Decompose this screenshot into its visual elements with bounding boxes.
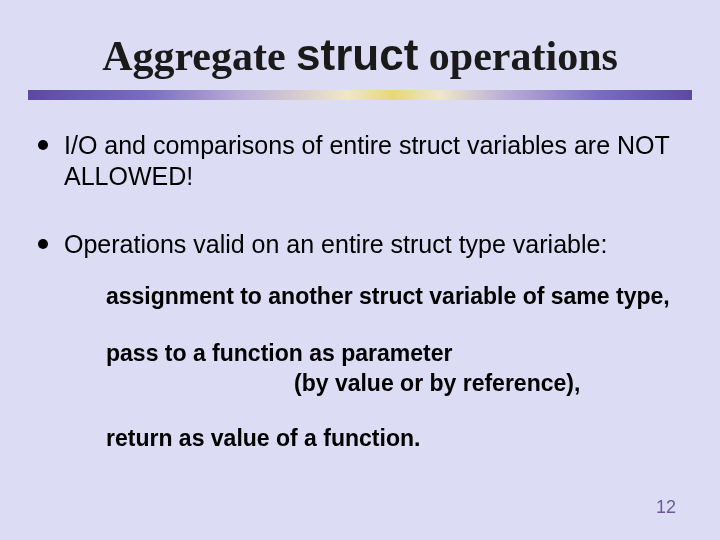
sub-point: return as value of a function.: [106, 424, 692, 453]
title-pre: Aggregate: [102, 33, 296, 79]
sub-point: pass to a function as parameter: [106, 339, 692, 368]
list-item: Operations valid on an entire struct typ…: [34, 229, 692, 454]
bullet-text: Operations valid on an entire struct typ…: [64, 230, 607, 258]
bullet-list: I/O and comparisons of entire struct var…: [28, 130, 692, 454]
sub-point-continuation: (by value or by reference),: [294, 369, 692, 398]
title-keyword: struct: [296, 30, 418, 79]
slide-title: Aggregate struct operations: [28, 30, 692, 80]
list-item: I/O and comparisons of entire struct var…: [34, 130, 692, 193]
page-number: 12: [656, 497, 676, 518]
sub-point: assignment to another struct variable of…: [106, 282, 692, 311]
title-divider: [28, 90, 692, 100]
bullet-text: I/O and comparisons of entire struct var…: [64, 131, 669, 190]
slide: Aggregate struct operations I/O and comp…: [0, 0, 720, 540]
title-post: operations: [418, 33, 618, 79]
